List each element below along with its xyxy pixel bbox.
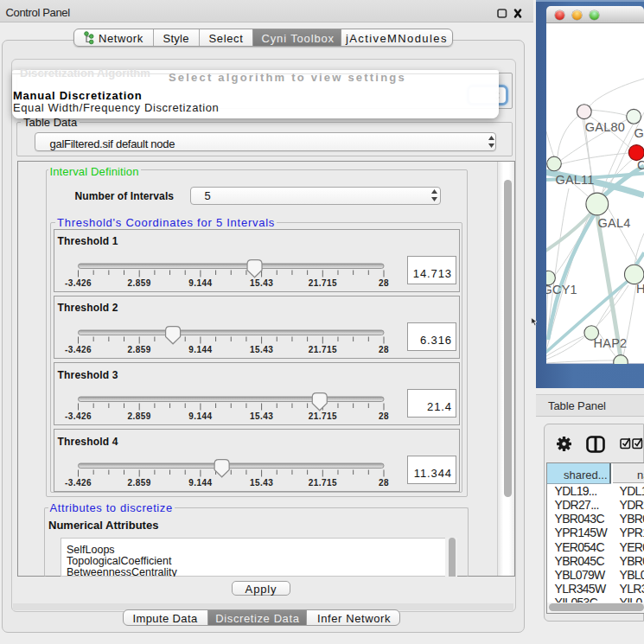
svg-text:C: C: [637, 158, 644, 172]
svg-text:GCY1: GCY1: [546, 283, 577, 296]
svg-text:H: H: [636, 282, 644, 296]
svg-text:GAL80: GAL80: [585, 120, 625, 134]
svg-text:HAP2: HAP2: [594, 336, 628, 350]
svg-text:GAL11: GAL11: [556, 173, 595, 187]
svg-text:GAL4: GAL4: [598, 216, 631, 230]
svg-text:GA: GA: [634, 126, 644, 140]
